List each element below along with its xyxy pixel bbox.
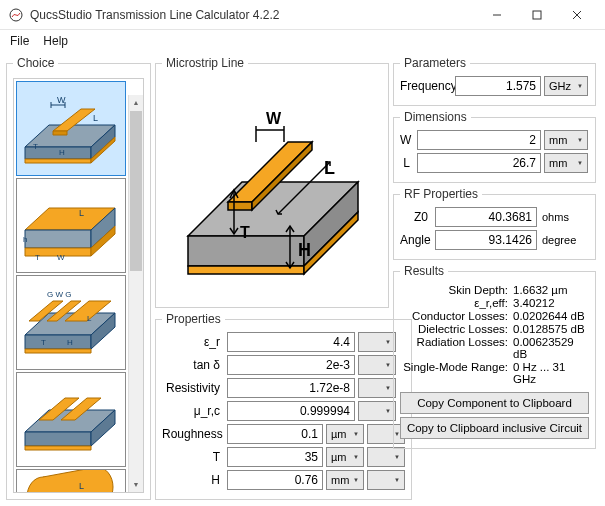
resistivity-input[interactable] [227, 378, 355, 398]
menu-file[interactable]: File [10, 34, 29, 48]
svg-text:T: T [33, 142, 38, 151]
svg-marker-8 [25, 159, 91, 163]
z0-unit: ohms [540, 211, 580, 223]
h-label: H [162, 473, 224, 487]
w-input[interactable] [417, 130, 541, 150]
svg-marker-29 [25, 335, 91, 349]
menu-help[interactable]: Help [43, 34, 68, 48]
chevron-down-icon: ▼ [385, 362, 391, 368]
angle-input[interactable] [435, 230, 537, 250]
dimensions-panel: Dimensions Wmm▼ Lmm▼ [393, 110, 596, 183]
choice-scrollbar[interactable]: ▲ ▼ [128, 95, 143, 492]
tand-label: tan δ [162, 358, 224, 372]
tand-input[interactable] [227, 355, 355, 375]
frequency-label: Frequency [400, 79, 452, 93]
resistivity-dropdown[interactable]: ▼ [358, 378, 396, 398]
frequency-unit[interactable]: GHz▼ [544, 76, 588, 96]
mur-label: μ_r,c [162, 404, 224, 418]
svg-text:L: L [79, 481, 84, 491]
parameters-legend: Parameters [400, 56, 470, 70]
h-input[interactable] [227, 470, 323, 490]
minimize-button[interactable] [477, 0, 517, 30]
z0-label: Z0 [400, 210, 432, 224]
maximize-button[interactable] [517, 0, 557, 30]
choice-panel: Choice W L T H [6, 56, 151, 500]
results-legend: Results [400, 264, 448, 278]
svg-text:T: T [35, 253, 40, 262]
svg-text:W: W [57, 253, 65, 262]
dimensions-legend: Dimensions [400, 110, 471, 124]
t-input[interactable] [227, 447, 323, 467]
scroll-thumb[interactable] [130, 111, 142, 271]
mode-label: Single-Mode Range: [400, 361, 512, 385]
choice-coupled[interactable] [16, 372, 126, 467]
l-label: L [400, 156, 414, 170]
l-unit[interactable]: mm▼ [544, 153, 588, 173]
svg-text:T: T [41, 338, 46, 347]
er-dropdown[interactable]: ▼ [358, 332, 396, 352]
svg-text:L: L [87, 314, 92, 323]
chevron-down-icon: ▼ [353, 454, 359, 460]
frequency-input[interactable] [455, 76, 541, 96]
ereff-value: 3.40212 [512, 297, 589, 309]
svg-marker-31 [25, 349, 91, 353]
copy-circuit-button[interactable]: Copy to Clipboard inclusive Circuit [400, 417, 589, 439]
choice-coplanar[interactable]: G W G L T H [16, 275, 126, 370]
parameters-panel: Parameters FrequencyGHz▼ [393, 56, 596, 106]
menubar: File Help [0, 30, 605, 52]
choice-coax[interactable]: L din [16, 469, 126, 493]
choice-legend: Choice [13, 56, 58, 70]
choice-microstrip[interactable]: W L T H [16, 81, 126, 176]
ereff-label: ε_r,eff: [400, 297, 512, 309]
t-unit[interactable]: µm▼ [326, 447, 364, 467]
svg-text:G W G: G W G [47, 290, 71, 299]
svg-marker-20 [25, 230, 91, 248]
properties-panel: Properties ε_r▼ tan δ▼ Resistivity▼ μ_r,… [155, 312, 412, 500]
h-unit[interactable]: mm▼ [326, 470, 364, 490]
diel-label: Dielectric Losses: [400, 323, 512, 335]
svg-rect-2 [533, 11, 541, 19]
rf-panel: RF Properties Z0ohms Angledegree [393, 187, 596, 260]
close-button[interactable] [557, 0, 597, 30]
svg-marker-42 [25, 446, 91, 450]
window-title: QucsStudio Transmission Line Calculator … [30, 8, 477, 22]
roughness-label: Roughness [162, 427, 224, 441]
w-unit[interactable]: mm▼ [544, 130, 588, 150]
chevron-down-icon: ▼ [385, 385, 391, 391]
copy-component-button[interactable]: Copy Component to Clipboard [400, 392, 589, 414]
svg-text:H: H [67, 338, 73, 347]
svg-marker-52 [188, 266, 304, 274]
choice-substrate[interactable]: L h T W [16, 178, 126, 273]
scroll-up-icon[interactable]: ▲ [129, 95, 143, 110]
diagram-panel: Microstrip Line W L T [155, 56, 389, 308]
titlebar: QucsStudio Transmission Line Calculator … [0, 0, 605, 30]
scroll-down-icon[interactable]: ▼ [129, 477, 143, 492]
svg-text:h: h [23, 235, 27, 244]
w-label: W [400, 133, 414, 147]
chevron-down-icon: ▼ [577, 137, 583, 143]
t-dropdown[interactable]: ▼ [367, 447, 405, 467]
mur-dropdown[interactable]: ▼ [358, 401, 396, 421]
tand-dropdown[interactable]: ▼ [358, 355, 396, 375]
svg-marker-40 [25, 432, 91, 446]
microstrip-diagram: W L T H [172, 90, 372, 290]
chevron-down-icon: ▼ [385, 408, 391, 414]
l-input[interactable] [417, 153, 541, 173]
chevron-down-icon: ▼ [353, 477, 359, 483]
angle-label: Angle [400, 233, 432, 247]
t-label: T [162, 450, 224, 464]
er-input[interactable] [227, 332, 355, 352]
h-dropdown[interactable]: ▼ [367, 470, 405, 490]
chevron-down-icon: ▼ [353, 431, 359, 437]
results-panel: Results Skin Depth:1.6632 µm ε_r,eff:3.4… [393, 264, 596, 449]
roughness-input[interactable] [227, 424, 323, 444]
chevron-down-icon: ▼ [394, 454, 400, 460]
mur-input[interactable] [227, 401, 355, 421]
svg-text:L: L [79, 208, 84, 218]
z0-input[interactable] [435, 207, 537, 227]
choice-list[interactable]: W L T H L h T W [13, 78, 144, 493]
svg-marker-55 [228, 202, 252, 210]
skin-label: Skin Depth: [400, 284, 512, 296]
roughness-unit[interactable]: µm▼ [326, 424, 364, 444]
cond-value: 0.0202644 dB [512, 310, 589, 322]
